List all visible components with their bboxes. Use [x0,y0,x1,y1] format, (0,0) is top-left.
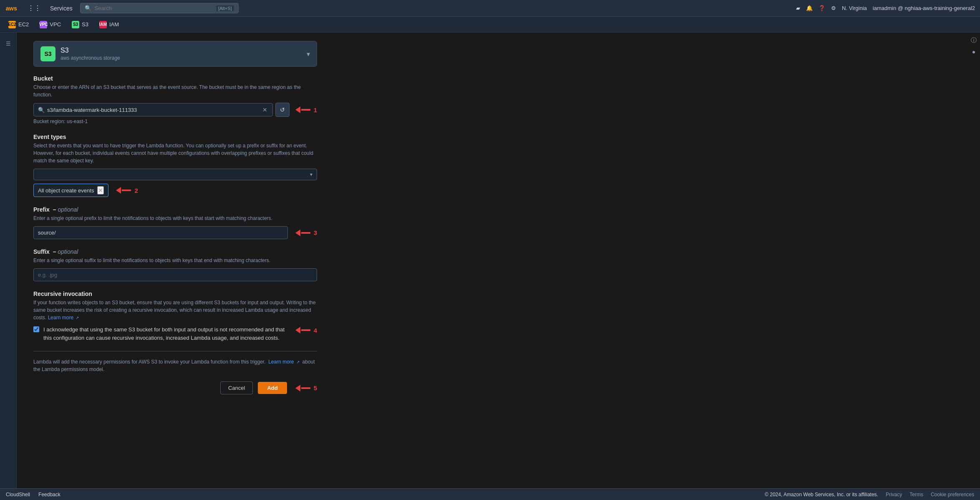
service-tabs: EC2 EC2 VPC VPC S3 S3 IAM IAM [0,17,980,33]
s3-tab-icon: S3 [72,21,79,28]
cloudshell-label[interactable]: CloudShell [6,492,30,497]
user-badge: iamadmin @ nghiaa-aws-training-general2 [873,5,975,11]
suffix-input[interactable] [33,268,317,281]
s3-header-card: S3 S3 aws asynchronous storage ▾ [33,41,317,67]
s3-title: S3 [60,47,120,54]
tag-badge-row: All object create events ✕ 2 [33,184,317,197]
tab-ec2[interactable]: EC2 EC2 [4,19,33,30]
top-navigation: aws ⋮⋮ Services 🔍 [Alt+S] ▰ 🔔 ❓ ⚙ N. Vir… [0,0,980,17]
tag-label: All object create events [38,187,94,194]
grid-icon[interactable]: ⋮⋮ [26,3,43,14]
recursive-checkbox[interactable] [33,326,39,332]
bucket-clear-button[interactable]: ✕ [262,106,268,114]
bucket-section: Bucket Choose or enter the ARN of an S3 … [33,75,317,124]
tab-ec2-label: EC2 [18,21,29,28]
tab-s3[interactable]: S3 S3 [68,19,93,30]
checkbox-annotation-row: I acknowledge that using the same S3 buc… [43,326,317,342]
vpc-icon: VPC [40,21,47,28]
cookie-preferences-link[interactable]: Cookie preferences [931,492,974,497]
zoom-icon[interactable]: ● [972,48,975,55]
permissions-learn-more-link[interactable]: Learn more [268,359,294,365]
bottom-bar: CloudShell Feedback © 2024, Amazon Web S… [0,488,980,500]
search-icon: 🔍 [85,5,91,11]
suffix-section: Suffix – optional Enter a single optiona… [33,248,317,281]
sidebar-menu-icon[interactable]: ☰ [2,37,15,50]
feedback-label[interactable]: Feedback [38,492,60,497]
tab-vpc[interactable]: VPC VPC [35,19,65,30]
aws-logo[interactable]: aws [5,3,20,13]
recursive-title: Recursive invocation [33,290,317,297]
divider [33,351,317,351]
settings-icon[interactable]: ⚙ [831,5,836,11]
chevron-down-icon: ▾ [310,172,312,177]
ec2-icon: EC2 [8,21,16,28]
recursive-invocation-section: Recursive invocation If your function wr… [33,290,317,342]
suffix-optional: optional [58,248,78,255]
annotation-arrow-2 [116,186,131,195]
bottom-bar-right: © 2024, Amazon Web Services, Inc. or its… [765,492,974,497]
right-panel: ⓘ ● [967,33,980,55]
all-object-create-events-tag: All object create events ✕ [33,184,108,197]
search-input[interactable] [95,5,213,11]
bucket-region: Bucket region: us-east-1 [33,119,317,124]
recursive-checkbox-row: I acknowledge that using the same S3 buc… [33,326,317,342]
cloudshell-icon[interactable]: ▰ [796,5,800,11]
info-icon[interactable]: ⓘ [971,37,977,44]
annotation-number-2: 2 [134,187,138,194]
external-link-icon-1: ↗ [76,316,79,320]
annotation-5: 5 [295,384,317,393]
annotation-arrow-5 [295,384,310,393]
copyright-text: © 2024, Amazon Web Services, Inc. or its… [765,492,878,497]
prefix-input-row: 3 [33,226,317,239]
suffix-title: Suffix – optional [33,248,317,255]
sidebar: ☰ [0,33,17,500]
bucket-desc: Choose or enter the ARN of an S3 bucket … [33,83,317,98]
prefix-desc: Enter a single optional prefix to limit … [33,215,317,222]
search-box: 🔍 [Alt+S] [80,3,239,13]
permissions-text: Lambda will add the necessary permission… [33,358,317,373]
external-link-icon-2: ↗ [296,360,300,364]
bucket-input[interactable] [47,107,259,113]
bucket-input-row: 🔍 ✕ ↺ 1 [33,103,317,117]
suffix-desc: Enter a single optional suffix to limit … [33,257,317,264]
svg-text:aws: aws [6,5,17,12]
annotation-number-1: 1 [314,106,317,114]
annotation-1: 1 [295,105,317,114]
bucket-search-icon: 🔍 [38,107,45,113]
main-content: S3 S3 aws asynchronous storage ▾ Bucket … [17,33,334,403]
bucket-refresh-button[interactable]: ↺ [275,103,290,117]
terms-link[interactable]: Terms [909,492,923,497]
bucket-input-wrapper: 🔍 ✕ [33,103,273,116]
prefix-title: Prefix – optional [33,206,317,213]
prefix-optional: optional [58,206,78,213]
privacy-link[interactable]: Privacy [886,492,902,497]
annotation-4: 4 [295,326,317,335]
tab-iam-label: IAM [109,21,119,28]
prefix-input[interactable] [33,226,288,239]
event-types-section: Event types Select the events that you w… [33,134,317,197]
annotation-arrow-1 [295,105,310,114]
prefix-section: Prefix – optional Enter a single optiona… [33,206,317,239]
cancel-button[interactable]: Cancel [220,381,253,394]
recursive-desc: If your function writes objects to an S3… [33,299,317,321]
annotation-number-5: 5 [314,384,317,391]
tab-vpc-label: VPC [50,21,61,28]
region-selector[interactable]: N. Virginia [842,5,867,11]
recursive-learn-more-link[interactable]: Learn more [48,315,73,321]
event-types-title: Event types [33,134,317,140]
annotation-arrow-3 [295,228,310,237]
add-button[interactable]: Add [258,382,287,394]
tab-iam[interactable]: IAM IAM [95,19,123,30]
tab-s3-label: S3 [82,21,88,28]
help-icon[interactable]: ❓ [819,5,825,11]
bell-icon[interactable]: 🔔 [806,5,813,11]
tag-close-button[interactable]: ✕ [97,186,104,194]
s3-card-chevron[interactable]: ▾ [307,50,310,58]
annotation-arrow-4 [295,326,310,335]
s3-tags: aws asynchronous storage [60,55,120,61]
services-button[interactable]: Services [47,3,76,13]
s3-header-left: S3 S3 aws asynchronous storage [40,46,120,61]
bucket-title: Bucket [33,75,317,82]
event-types-dropdown[interactable]: ▾ [33,169,317,180]
recursive-checkbox-label: I acknowledge that using the same S3 buc… [43,326,288,342]
